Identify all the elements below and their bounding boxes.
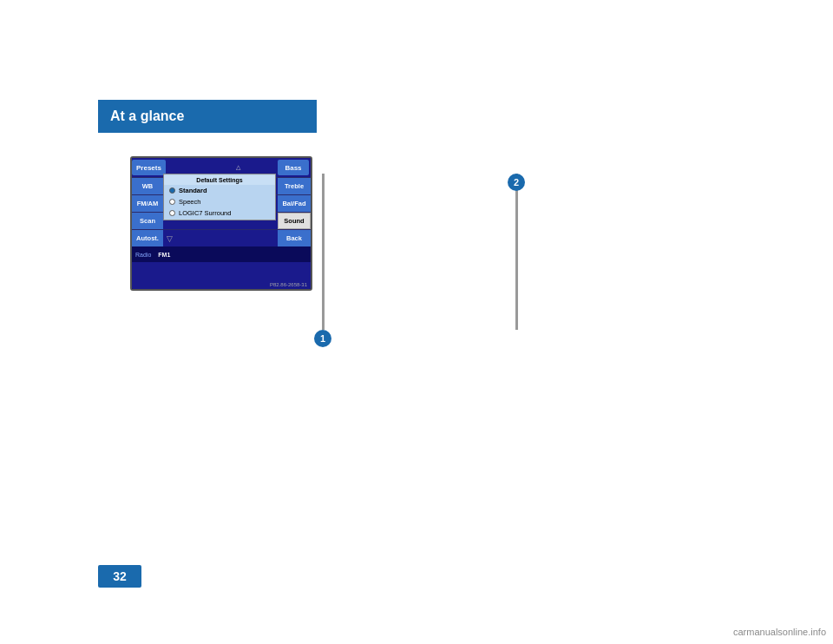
callout-line-1: [322, 174, 325, 330]
dropdown-item-speech[interactable]: Speech: [164, 196, 275, 207]
autost-row: Autost. ▽ Back: [132, 229, 311, 246]
sound-button[interactable]: Sound: [278, 213, 311, 229]
scan-button[interactable]: Scan: [132, 213, 163, 229]
autost-button[interactable]: Autost.: [132, 230, 163, 246]
dropdown-title: Default Settings: [164, 175, 275, 185]
status-label: Radio: [135, 252, 151, 258]
fmam-button[interactable]: FM/AM: [132, 195, 163, 212]
radio-dot-logic7: [169, 210, 175, 216]
radio-screen: Presets △ Bass Default Settings Standard…: [130, 156, 312, 291]
callout-circle-2: 2: [508, 174, 525, 191]
callout-circle-1: 1: [314, 330, 331, 347]
callout-line-2: [515, 174, 518, 330]
banner-label: At a glance: [110, 108, 184, 124]
screen-inner: Presets △ Bass Default Settings Standard…: [132, 158, 311, 289]
dropdown-item-logic7[interactable]: LOGIC7 Surround: [164, 207, 275, 219]
watermark: carmanualsonline.info: [733, 627, 826, 637]
presets-button[interactable]: Presets: [132, 160, 166, 175]
treble-button[interactable]: Treble: [278, 178, 311, 194]
at-a-glance-banner: At a glance: [98, 100, 317, 133]
back-button[interactable]: Back: [278, 230, 311, 246]
screen-status-bar: Radio FM1: [132, 246, 311, 262]
wb-button[interactable]: WB: [132, 178, 163, 194]
radio-dot-standard: [169, 187, 175, 194]
page-number: 32: [98, 565, 141, 588]
radio-dot-speech: [169, 199, 175, 205]
dropdown-item-standard[interactable]: Standard: [164, 185, 275, 196]
autost-content: ▽: [163, 234, 278, 243]
balfad-button[interactable]: Bal/Fad: [278, 195, 311, 212]
part-number: P82.86-2658-31: [270, 282, 307, 287]
bass-button[interactable]: Bass: [278, 160, 309, 175]
dropdown-overlay: Default Settings Standard Speech LOGIC7 …: [163, 174, 276, 220]
callout-label-1: 1: [320, 333, 325, 344]
callout-label-2: 2: [514, 177, 519, 187]
status-value: FM1: [158, 252, 170, 258]
